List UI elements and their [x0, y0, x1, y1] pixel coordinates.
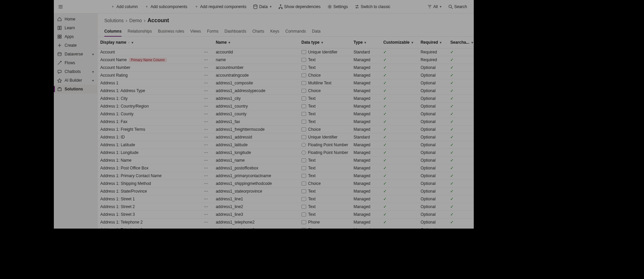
row-more-button[interactable]: ⋯	[198, 211, 213, 218]
tab-views[interactable]: Views	[190, 27, 201, 36]
cell-type: Managed	[351, 64, 381, 72]
sidebar-item-ai-builder[interactable]: AI Builder▾	[54, 76, 97, 85]
cmd-add-subcomponents[interactable]: ＋ Add subcomponents	[142, 3, 190, 10]
col-display-name[interactable]: Display name ↑ ▾	[98, 37, 198, 48]
sidebar-item-create[interactable]: Create	[54, 41, 97, 50]
tab-keys[interactable]: Keys	[270, 27, 279, 36]
cmd-data[interactable]: Data ▾	[250, 3, 274, 10]
tab-forms[interactable]: Forms	[207, 27, 218, 36]
tab-data[interactable]: Data	[312, 27, 320, 36]
cmd-add-column[interactable]: ＋ Add column	[108, 3, 140, 10]
row-more-button[interactable]: ⋯	[198, 56, 213, 64]
col-data-type[interactable]: Data type ▾	[299, 37, 351, 48]
cmd-add-required[interactable]: ＋ Add required components	[191, 3, 249, 10]
cmd-show-dependencies[interactable]: Show dependencies	[276, 3, 323, 10]
row-more-button[interactable]: ⋯	[198, 226, 213, 229]
table-row[interactable]: Address 1: Fax⋯address1_faxTextManaged✓O…	[98, 118, 474, 126]
cell-type: Managed	[351, 118, 381, 126]
row-more-button[interactable]: ⋯	[198, 64, 213, 72]
hamburger-menu[interactable]	[57, 3, 65, 11]
row-more-button[interactable]: ⋯	[198, 141, 213, 149]
tab-dashboards[interactable]: Dashboards	[224, 27, 246, 36]
row-more-button[interactable]: ⋯	[198, 164, 213, 172]
sidebar-item-flows[interactable]: Flows	[54, 58, 97, 67]
table-row[interactable]: Address 1: Street 1⋯address1_line1TextMa…	[98, 195, 474, 203]
col-name[interactable]: Name ▾	[213, 37, 299, 48]
cell-type: Managed	[351, 79, 381, 87]
columns-table-wrap[interactable]: Display name ↑ ▾ Name ▾ Data type	[98, 37, 474, 229]
table-row[interactable]: Address 1: Country/Region⋯address1_count…	[98, 103, 474, 110]
breadcrumb-mid[interactable]: Demo	[129, 18, 142, 23]
sidebar-item-dataverse[interactable]: Dataverse▾	[54, 50, 97, 58]
breadcrumb-root[interactable]: Solutions	[104, 18, 124, 23]
row-more-button[interactable]: ⋯	[198, 126, 213, 133]
table-row[interactable]: Address 1: State/Province⋯address1_state…	[98, 188, 474, 195]
row-more-button[interactable]: ⋯	[198, 48, 213, 56]
chevron-down-icon: ▾	[321, 41, 323, 44]
cell-dtype: Multiline Text	[299, 79, 351, 87]
search-button[interactable]: Search	[445, 3, 470, 10]
sidebar-item-apps[interactable]: Apps	[54, 32, 97, 41]
row-more-button[interactable]: ⋯	[198, 87, 213, 95]
text-icon	[301, 104, 306, 108]
table-row[interactable]: Account Rating⋯accountratingcodeChoiceMa…	[98, 72, 474, 79]
database-icon	[253, 4, 258, 9]
row-more-button[interactable]: ⋯	[198, 195, 213, 203]
sidebar-item-solutions[interactable]: Solutions	[54, 85, 97, 93]
col-customizable[interactable]: Customizable ▾	[381, 37, 418, 48]
sidebar-item-learn[interactable]: Learn	[54, 24, 97, 32]
row-more-button[interactable]: ⋯	[198, 79, 213, 87]
sidebar-item-chatbots[interactable]: Chatbots▾	[54, 67, 97, 76]
cell-type: Managed	[351, 103, 381, 110]
row-more-button[interactable]: ⋯	[198, 188, 213, 195]
cmd-switch-classic[interactable]: Switch to classic	[352, 3, 393, 10]
row-more-button[interactable]: ⋯	[198, 203, 213, 211]
row-more-button[interactable]: ⋯	[198, 110, 213, 118]
filter-all[interactable]: All ▾	[425, 3, 444, 10]
row-more-button[interactable]: ⋯	[198, 118, 213, 126]
table-row[interactable]: Address 1⋯address1_compositeMultiline Te…	[98, 79, 474, 87]
table-row[interactable]: Address 1: Street 2⋯address1_line2TextMa…	[98, 203, 474, 211]
text-icon	[301, 73, 306, 77]
sidebar-item-home[interactable]: Home	[54, 15, 97, 24]
tab-relationships[interactable]: Relationships	[128, 27, 152, 36]
table-row[interactable]: Address 1: Shipping Method⋯address1_ship…	[98, 180, 474, 188]
row-more-button[interactable]: ⋯	[198, 157, 213, 164]
table-row[interactable]: Account Number⋯accountnumberTextManaged✓…	[98, 64, 474, 72]
cell-searchable: ✓	[448, 195, 474, 203]
row-more-button[interactable]: ⋯	[198, 72, 213, 79]
row-more-button[interactable]: ⋯	[198, 133, 213, 141]
tab-business-rules[interactable]: Business rules	[158, 27, 184, 36]
table-row[interactable]: Address 1: Telephone 2⋯address1_telephon…	[98, 218, 474, 226]
col-required[interactable]: Required ▾	[418, 37, 448, 48]
table-row[interactable]: Address 1: Longitude⋯address1_longitudeF…	[98, 149, 474, 157]
row-more-button[interactable]: ⋯	[198, 218, 213, 226]
check-icon: ✓	[450, 166, 454, 170]
table-row[interactable]: Address 1: Post Office Box⋯address1_post…	[98, 164, 474, 172]
table-row[interactable]: Address 1: Telephone 3⋯address1_telephon…	[98, 226, 474, 229]
table-row[interactable]: Address 1: City⋯address1_cityTextManaged…	[98, 95, 474, 103]
row-more-button[interactable]: ⋯	[198, 149, 213, 157]
table-row[interactable]: Address 1: ID⋯address1_addressidUnique I…	[98, 133, 474, 141]
row-more-button[interactable]: ⋯	[198, 172, 213, 180]
table-row[interactable]: Address 1: Freight Terms⋯address1_freigh…	[98, 126, 474, 133]
tab-commands[interactable]: Commands	[285, 27, 306, 36]
table-row[interactable]: Account⋯accountidUnique IdentifierStanda…	[98, 48, 474, 56]
row-more-button[interactable]: ⋯	[198, 180, 213, 188]
table-row[interactable]: Address 1: County⋯address1_countyTextMan…	[98, 110, 474, 118]
table-row[interactable]: Address 1: Street 3⋯address1_line3TextMa…	[98, 211, 474, 218]
tab-charts[interactable]: Charts	[252, 27, 264, 36]
table-row[interactable]: Account NamePrimary Name Column⋯nameText…	[98, 56, 474, 64]
tab-columns[interactable]: Columns	[104, 27, 121, 36]
table-row[interactable]: Address 1: Primary Contact Name⋯address1…	[98, 172, 474, 180]
cell-dtype: Choice	[299, 72, 351, 79]
search-icon	[448, 4, 453, 9]
table-row[interactable]: Address 1: Name⋯address1_nameTextManaged…	[98, 157, 474, 164]
cmd-settings[interactable]: Settings	[325, 3, 351, 10]
table-row[interactable]: Address 1: Latitude⋯address1_latitudeFlo…	[98, 141, 474, 149]
col-type[interactable]: Type ▾	[351, 37, 381, 48]
row-more-button[interactable]: ⋯	[198, 103, 213, 110]
table-row[interactable]: Address 1: Address Type⋯address1_address…	[98, 87, 474, 95]
col-searchable[interactable]: Searcha... ▾	[448, 37, 474, 48]
row-more-button[interactable]: ⋯	[198, 95, 213, 103]
